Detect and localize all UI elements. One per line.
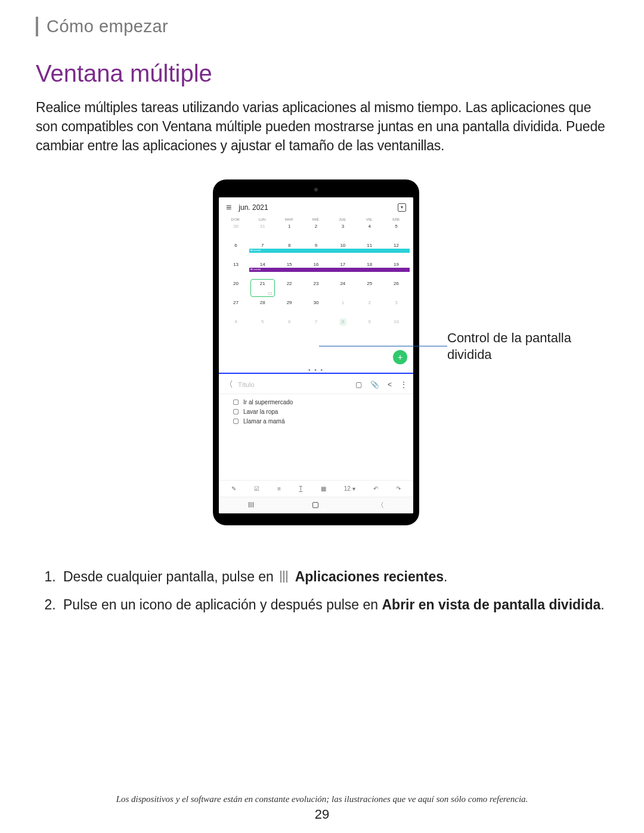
home-nav-icon[interactable] — [312, 502, 318, 508]
recents-icon — [278, 571, 289, 583]
notes-toolbar: 〈 Título ▢ 📎 < ⋮ — [219, 374, 413, 394]
add-event-fab[interactable]: + — [393, 350, 407, 364]
calendar-cell[interactable]: 22 — [276, 280, 303, 298]
calendar-cell[interactable]: 30 — [303, 299, 330, 317]
notes-item[interactable]: Lavar la ropa — [233, 408, 408, 415]
calendar-dow: LUN. — [249, 218, 276, 221]
intro-paragraph: Realice múltiples tareas utilizando vari… — [36, 98, 608, 156]
calendar-cell[interactable]: 8 — [276, 241, 303, 259]
calendar-cell[interactable]: 30 — [222, 222, 249, 240]
calendar-cell[interactable]: 7 — [303, 318, 330, 336]
notes-title-input[interactable]: Título — [238, 381, 255, 388]
grid-icon[interactable]: ▦ — [321, 485, 326, 492]
calendar-cell[interactable]: 31 — [249, 222, 276, 240]
calendar-cell[interactable]: 10 — [329, 241, 356, 259]
checkbox-icon[interactable]: ☑ — [254, 485, 259, 492]
undo-icon[interactable]: ↶ — [373, 485, 378, 492]
calendar-cell[interactable]: 4 — [222, 318, 249, 336]
notes-item-text: Lavar la ropa — [243, 408, 278, 415]
step-2-text-a: Pulse en un icono de aplicación y despué… — [63, 597, 382, 612]
recents-nav-icon[interactable]: III — [248, 501, 254, 509]
tablet-frame: ≡ jun. 2021 ▾ DOM.LUN.MAR.MIÉ.JUE.VIE.SÁ… — [213, 179, 419, 525]
calendar-cell[interactable]: 21▭ — [249, 280, 276, 298]
calendar-cell[interactable]: 27 — [222, 299, 249, 317]
calendar-cell[interactable]: 18 — [356, 261, 383, 278]
calendar-cell[interactable]: 24 — [329, 280, 356, 298]
calendar-cell[interactable]: 8 — [329, 318, 356, 336]
step-2: Pulse en un icono de aplicación y despué… — [60, 595, 608, 615]
calendar-cell[interactable]: 6 — [276, 318, 303, 336]
text-icon[interactable]: T — [299, 485, 302, 492]
calendar-cell[interactable]: 23 — [303, 280, 330, 298]
redo-icon[interactable]: ↷ — [396, 485, 401, 492]
calendar-cell[interactable]: 20 — [222, 280, 249, 298]
calendar-cell[interactable]: 19 — [383, 261, 410, 278]
page-number: 29 — [0, 807, 644, 822]
checkbox-icon[interactable] — [233, 400, 239, 405]
draw-icon[interactable]: ✎ — [231, 485, 236, 492]
notes-item[interactable]: Ir al supermercado — [233, 399, 408, 405]
back-icon[interactable]: 〈 — [225, 379, 233, 390]
attach-icon[interactable]: 📎 — [370, 380, 379, 389]
calendar-cell[interactable]: 25 — [356, 280, 383, 298]
calendar-cell[interactable]: 11 — [356, 241, 383, 259]
calendar-cell[interactable]: 15 — [276, 261, 303, 278]
notes-list: Ir al supermercadoLavar la ropaLlamar a … — [219, 394, 413, 425]
calendar-cell[interactable]: 2 — [356, 299, 383, 317]
calendar-cell[interactable]: 4 — [356, 222, 383, 240]
more-icon[interactable]: ⋮ — [400, 380, 407, 389]
calendar-cell[interactable]: 1 — [329, 299, 356, 317]
notes-item[interactable]: Llamar a mamá — [233, 418, 408, 425]
calendar-header: ≡ jun. 2021 ▾ — [219, 197, 413, 215]
figure: ≡ jun. 2021 ▾ DOM.LUN.MAR.MIÉ.JUE.VIE.SÁ… — [36, 179, 608, 537]
calendar-cell[interactable]: 16 — [303, 261, 330, 278]
step-2-period: . — [600, 597, 604, 612]
font-size[interactable]: 12 ▾ — [344, 485, 355, 492]
calendar-cell[interactable]: 9 — [303, 241, 330, 259]
page-title: Ventana múltiple — [36, 60, 608, 87]
calendar-cell[interactable]: 9 — [356, 318, 383, 336]
reader-icon[interactable]: ▢ — [355, 380, 362, 389]
split-handle[interactable]: • • • — [219, 368, 413, 373]
checkbox-icon[interactable] — [233, 419, 239, 424]
calendar-month[interactable]: jun. 2021 — [239, 203, 268, 212]
notes-app: 〈 Título ▢ 📎 < ⋮ Ir al supermercadoLavar… — [219, 374, 413, 497]
tablet-screen: ≡ jun. 2021 ▾ DOM.LUN.MAR.MIÉ.JUE.VIE.SÁ… — [219, 197, 413, 513]
steps-list: Desde cualquier pantalla, pulse en Aplic… — [36, 567, 608, 615]
calendar-cell[interactable]: 10 — [383, 318, 410, 336]
calendar-cell[interactable]: 29 — [276, 299, 303, 317]
checkbox-icon[interactable] — [233, 409, 239, 414]
align-icon[interactable]: ≡ — [277, 485, 281, 492]
calendar-cell[interactable]: 26 — [383, 280, 410, 298]
calendar-cell[interactable]: 6 — [222, 241, 249, 259]
callout-leader — [319, 346, 447, 347]
calendar-dow-row: DOM.LUN.MAR.MIÉ.JUE.VIE.SÁB. — [219, 215, 413, 222]
calendar-cell[interactable]: 17 — [329, 261, 356, 278]
calendar-dow: MAR. — [276, 218, 303, 221]
step-2-text-b: Abrir en vista de pantalla dividida — [382, 597, 600, 612]
step-1-text-b: Aplicaciones recientes — [295, 569, 444, 584]
step-1: Desde cualquier pantalla, pulse en Aplic… — [60, 567, 608, 587]
calendar-cell[interactable]: 3 — [329, 222, 356, 240]
calendar-cell[interactable]: 2 — [303, 222, 330, 240]
calendar-cell[interactable]: 5 — [383, 222, 410, 240]
back-nav-icon[interactable]: 〈 — [377, 500, 384, 510]
callout-label: Control de la pantalla dividida — [447, 330, 608, 364]
calendar-dow: SÁB. — [383, 218, 410, 221]
calendar-dow: VIE. — [356, 218, 383, 221]
notes-item-text: Llamar a mamá — [243, 418, 284, 425]
chapter-accent-bar — [36, 17, 38, 36]
calendar-cell[interactable]: 14Mi evento — [249, 261, 276, 278]
today-icon[interactable]: ▾ — [398, 203, 406, 212]
system-navbar: III 〈 — [219, 497, 413, 513]
calendar-dow: MIÉ. — [303, 218, 330, 221]
calendar-cell[interactable]: 5 — [249, 318, 276, 336]
calendar-cell[interactable]: 7Mi evento — [249, 241, 276, 259]
share-icon[interactable]: < — [388, 380, 392, 389]
calendar-cell[interactable]: 28 — [249, 299, 276, 317]
calendar-cell[interactable]: 13 — [222, 261, 249, 278]
calendar-cell[interactable]: 12 — [383, 241, 410, 259]
hamburger-icon[interactable]: ≡ — [226, 202, 231, 213]
calendar-cell[interactable]: 1 — [276, 222, 303, 240]
calendar-cell[interactable]: 3 — [383, 299, 410, 317]
